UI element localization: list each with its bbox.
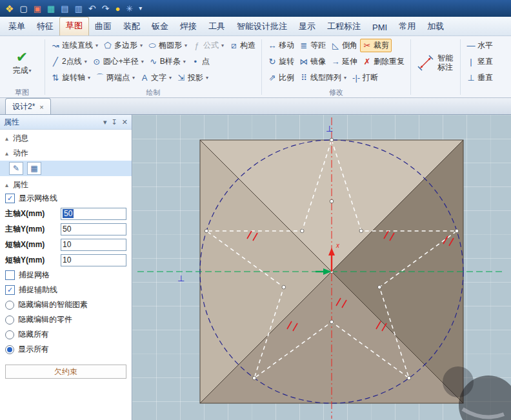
panel-close-icon[interactable]: ✕ [122, 118, 128, 126]
polygon-icon: ⬠ [103, 41, 112, 50]
circle-center-radius-button[interactable]: ⊙ 圆心+半径 [90, 55, 146, 68]
field-major-axis-x: 主轴X(mm) 50 [0, 206, 132, 221]
save-icon[interactable]: ▤ [61, 5, 68, 13]
menu-tab-feature[interactable]: 特征 [31, 17, 59, 35]
edit-sketch-icon[interactable]: ✎ [9, 162, 23, 175]
menu-tab-display[interactable]: 显示 [293, 17, 321, 35]
radio-show-all[interactable]: 显示所有 [0, 342, 132, 357]
menu-tab-load[interactable]: 加载 [421, 17, 450, 35]
spline-icon: ∿ [149, 57, 158, 66]
formula-button[interactable]: ƒ 公式 [190, 39, 226, 52]
menu-tab-weld[interactable]: 焊接 [174, 17, 203, 35]
checkbox-icon[interactable] [5, 270, 15, 280]
edit-grid-icon[interactable]: ▦ [27, 162, 41, 175]
group-label-draw: 绘制 [48, 88, 258, 97]
menu-tab-surface[interactable]: 曲面 [89, 17, 117, 35]
section-action[interactable]: 动作 [0, 147, 132, 159]
panel-pin-icon[interactable]: ↧ [112, 118, 117, 126]
group-label-modify: 修改 [265, 88, 407, 97]
menu-tab-smart-annotation[interactable]: 智能设计批注 [231, 17, 293, 35]
new-file-icon[interactable]: ▢ [19, 5, 27, 13]
menu-tab-menu[interactable]: 菜单 [3, 17, 31, 35]
continuous-line-button[interactable]: ↝ 连续直线 [48, 39, 101, 52]
finish-sketch-button[interactable]: ✔ 完成 [10, 48, 34, 77]
open-file-icon[interactable]: ▣ [34, 5, 41, 13]
projection-button[interactable]: ⇲ 投影 [174, 71, 211, 85]
scale-button[interactable]: ⇗ 比例 [265, 71, 297, 85]
section-message[interactable]: 消息 [0, 132, 132, 145]
save-all-icon[interactable]: ▥ [75, 5, 83, 13]
circle-icon: ⊙ [92, 57, 101, 66]
minor-axis-x-input[interactable]: 10 [61, 239, 126, 251]
radio-hide-smart-elements[interactable]: 隐藏编辑的智能图素 [0, 297, 132, 312]
construction-button[interactable]: ⧄ 构造 [226, 39, 258, 52]
radio-icon[interactable] [5, 315, 14, 325]
menu-tab-common[interactable]: 常用 [393, 17, 421, 35]
major-axis-x-input[interactable]: 50 [61, 208, 126, 220]
redo-icon[interactable]: ↷ [102, 4, 110, 13]
rotate-icon: ↻ [268, 57, 277, 66]
major-axis-y-input[interactable]: 50 [61, 223, 126, 235]
doc-tab-close-icon[interactable]: × [39, 103, 43, 111]
checkbox-icon[interactable] [5, 285, 15, 295]
radio-icon[interactable] [5, 330, 14, 339]
perpendicular-constraint-button[interactable]: ⊥ 垂直 [464, 69, 496, 86]
break-icon: -|- [352, 74, 361, 82]
radio-hide-all[interactable]: 隐藏所有 [0, 327, 132, 342]
polygon-button[interactable]: ⬠ 多边形 [101, 39, 145, 52]
radio-icon[interactable] [5, 345, 14, 354]
horizontal-constraint-button[interactable]: — 水平 [464, 37, 496, 54]
radio-icon[interactable] [5, 301, 14, 310]
bspline-button[interactable]: ∿ B样条 [146, 55, 188, 68]
delete-duplicates-button[interactable]: ✗ 删除重复 [360, 55, 407, 68]
undo-icon[interactable]: ↶ [88, 4, 96, 13]
minor-axis-y-input[interactable]: 10 [61, 254, 126, 266]
construction-icon: ⧄ [229, 41, 238, 50]
menu-tab-pmi[interactable]: PMI [366, 19, 393, 35]
smart-dimension-button[interactable]: 智能标注 [414, 50, 457, 75]
ribbon-separator [460, 39, 461, 95]
offset-button[interactable]: ≣ 等距 [297, 39, 328, 52]
checkbox-icon[interactable] [5, 194, 15, 203]
vertical-constraint-button[interactable]: | 竖直 [464, 53, 496, 70]
linear-pattern-button[interactable]: ⠿ 线型阵列 [297, 71, 349, 85]
pattern-icon[interactable]: ✳ [126, 5, 133, 13]
trim-button[interactable]: ✂ 裁剪 [360, 39, 392, 52]
extend-button[interactable]: → 延伸 [328, 55, 360, 68]
ellipse-button[interactable]: ⬭ 椭圆形 [145, 39, 190, 52]
menu-tab-tools[interactable]: 工具 [203, 17, 231, 35]
two-point-line-button[interactable]: ╱ 2点线 [48, 55, 90, 68]
section-properties[interactable]: 属性 [0, 179, 132, 191]
ribbon: ✔ 完成 草图 ↝ 连续直线 ⬠ 多边形 ⬭ 椭圆形 [0, 36, 511, 98]
text-button[interactable]: A 文字 [137, 71, 174, 85]
x-axis-label: x [336, 242, 340, 249]
move-button[interactable]: ↔ 移动 [265, 39, 297, 52]
smart-dimension-icon [417, 54, 435, 72]
menu-tab-sheetmetal[interactable]: 钣金 [146, 17, 174, 35]
radio-hide-edited-parts[interactable]: 隐藏编辑的零件 [0, 312, 132, 327]
import-icon[interactable]: ▦ [47, 5, 55, 13]
mirror-button[interactable]: ⋈ 镜像 [297, 55, 328, 68]
vertical-icon: | [466, 57, 476, 66]
panel-collapse-icon[interactable]: ▾ [103, 118, 107, 126]
rotate-button[interactable]: ↻ 旋转 [265, 55, 297, 68]
menu-tab-drafting[interactable]: 工程标注 [321, 17, 366, 35]
sketch-canvas[interactable]: x ⊥ ⊥ [132, 115, 511, 420]
doc-tab-label: 设计2* [12, 101, 35, 112]
checkbox-snap-grid[interactable]: 捕捉网格 [0, 268, 132, 283]
theme-icon[interactable]: ● [115, 5, 120, 13]
toolbar-arrow-icon[interactable]: ▾ [139, 5, 142, 12]
trim-icon: ✂ [363, 41, 372, 50]
break-button[interactable]: -|- 打断 [349, 71, 381, 85]
point-button[interactable]: • 点 [188, 55, 212, 68]
doc-tab-design2[interactable]: 设计2* × [5, 98, 51, 114]
rotation-axis-button[interactable]: ⇅ 旋转轴 [48, 71, 93, 85]
menu-tab-sketch[interactable]: 草图 [59, 17, 89, 35]
two-endpoints-button[interactable]: ⌒ 两端点 [93, 71, 137, 85]
menu-tab-assembly[interactable]: 装配 [117, 17, 146, 35]
sketch-drawing[interactable]: x ⊥ ⊥ [132, 115, 511, 420]
chamfer-button[interactable]: ◺ 倒角 [328, 39, 360, 52]
checkbox-snap-guides[interactable]: 捕捉辅助线 [0, 283, 132, 297]
properties-panel: 属性 ▾ ↧ ✕ 消息 动作 ✎ ▦ 属性 显示网格线 [0, 115, 132, 420]
checkbox-show-gridlines[interactable]: 显示网格线 [0, 191, 132, 206]
